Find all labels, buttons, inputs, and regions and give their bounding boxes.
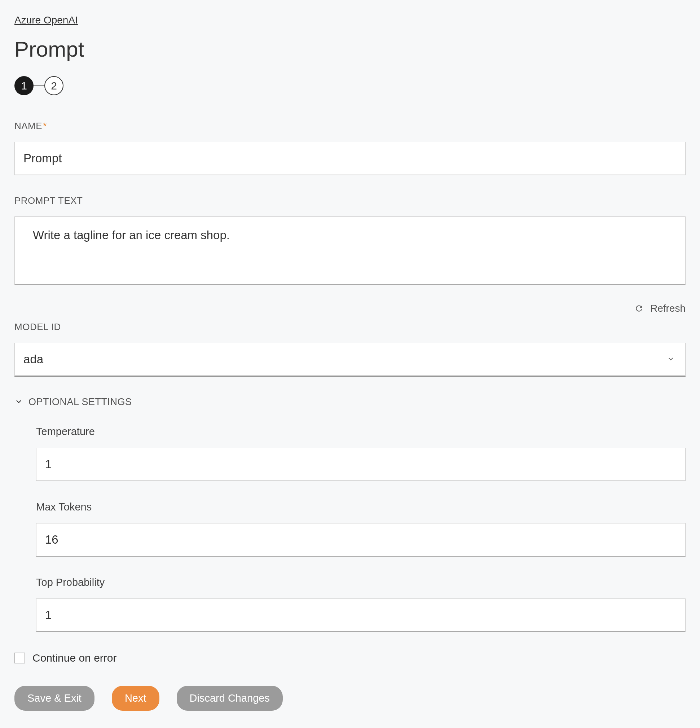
prompt-text-group: PROMPT TEXT Write a tagline for an ice c… <box>14 195 686 286</box>
step-1[interactable]: 1 <box>14 76 33 95</box>
optional-settings-toggle[interactable]: OPTIONAL SETTINGS <box>14 396 686 408</box>
model-id-select[interactable]: ada <box>14 343 686 377</box>
max-tokens-input[interactable] <box>36 523 686 557</box>
save-exit-button[interactable]: Save & Exit <box>14 686 94 711</box>
button-row: Save & Exit Next Discard Changes <box>14 686 686 711</box>
temperature-input[interactable] <box>36 448 686 481</box>
name-input[interactable] <box>14 142 686 175</box>
optional-settings-label: OPTIONAL SETTINGS <box>29 396 132 408</box>
continue-on-error-checkbox[interactable] <box>14 653 25 663</box>
max-tokens-group: Max Tokens <box>36 501 686 557</box>
name-field-group: NAME* <box>14 120 686 175</box>
top-probability-label: Top Probability <box>36 576 686 588</box>
optional-settings-panel: Temperature Max Tokens Top Probability <box>14 426 686 632</box>
prompt-text-input[interactable]: Write a tagline for an ice cream shop. <box>14 217 686 285</box>
required-asterisk: * <box>43 120 47 131</box>
chevron-down-icon <box>14 397 23 407</box>
discard-button[interactable]: Discard Changes <box>177 686 283 711</box>
prompt-text-label: PROMPT TEXT <box>14 195 686 207</box>
temperature-group: Temperature <box>36 426 686 481</box>
model-id-select-wrapper: ada <box>14 343 686 377</box>
name-label-text: NAME <box>14 120 42 131</box>
continue-on-error-row: Continue on error <box>14 652 686 664</box>
top-probability-input[interactable] <box>36 598 686 632</box>
model-id-label: MODEL ID <box>14 321 686 333</box>
temperature-label: Temperature <box>36 426 686 438</box>
stepper: 1 2 <box>14 76 686 95</box>
top-probability-group: Top Probability <box>36 576 686 632</box>
page-title: Prompt <box>14 37 686 62</box>
step-2[interactable]: 2 <box>44 76 64 95</box>
breadcrumb-link[interactable]: Azure OpenAI <box>14 14 78 26</box>
refresh-label: Refresh <box>650 303 686 314</box>
name-label: NAME* <box>14 120 686 132</box>
continue-on-error-label: Continue on error <box>32 652 117 664</box>
next-button[interactable]: Next <box>112 686 159 711</box>
model-id-group: MODEL ID ada <box>14 321 686 377</box>
refresh-button[interactable]: Refresh <box>14 303 686 314</box>
step-connector <box>33 85 44 86</box>
max-tokens-label: Max Tokens <box>36 501 686 513</box>
refresh-icon <box>634 304 644 313</box>
